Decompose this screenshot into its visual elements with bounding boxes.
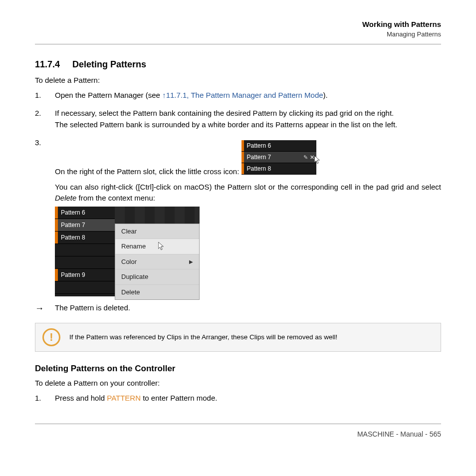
pattern-row-8[interactable]: Pattern 8 — [241, 163, 316, 175]
context-menu: Clear Rename Color ▶ Duplicate Delete — [115, 224, 200, 300]
footer-text: MASCHINE - Manual - 565 — [357, 430, 441, 438]
submenu-arrow-icon: ▶ — [189, 258, 193, 265]
pattern-row-8[interactable]: Pattern 8 — [55, 232, 115, 244]
pattern-row-6[interactable]: Pattern 6 — [55, 207, 115, 219]
pattern-label: Pattern 6 — [247, 141, 271, 150]
pattern-label: Pattern 8 — [247, 164, 271, 173]
pattern-list-left: Pattern 6 Pattern 7 Pattern 8 Pattern — [55, 207, 115, 296]
pattern-label: Pattern 6 — [61, 208, 85, 217]
section-title: Deleting Patterns — [72, 59, 146, 69]
pattern-label: Pattern 8 — [61, 233, 85, 242]
controller-step-1: Press and hold PATTERN to enter Pattern … — [35, 393, 441, 404]
color-bar — [241, 152, 244, 163]
step-3-note: You can also right-click ([Ctrl]-click o… — [55, 182, 441, 204]
pattern-row-empty — [55, 281, 115, 294]
subsection-heading: Deleting Patterns on the Controller — [35, 364, 441, 374]
menu-clear[interactable]: Clear — [115, 224, 199, 239]
menu-duplicate[interactable]: Duplicate — [115, 269, 199, 285]
result-arrow-icon: → — [35, 303, 55, 314]
menu-rename[interactable]: Rename — [115, 239, 199, 254]
pattern-label: Pattern 9 — [61, 270, 85, 279]
cursor-icon — [158, 242, 165, 251]
result-text: The Pattern is deleted. — [55, 303, 130, 312]
step-2: If necessary, select the Pattern bank co… — [35, 108, 441, 130]
pattern-row-6[interactable]: Pattern 6 — [241, 140, 316, 152]
pattern-row-7-selected[interactable]: Pattern 7 — [55, 219, 115, 232]
pattern-label: Pattern 7 — [247, 153, 301, 162]
pattern-row-empty — [55, 256, 115, 269]
key-label: PATTERN — [107, 394, 141, 402]
controller-steps: Press and hold PATTERN to enter Pattern … — [35, 393, 441, 404]
color-bar — [55, 269, 58, 281]
header-chapter: Working with Patterns — [35, 20, 441, 28]
pattern-row-9[interactable]: Pattern 9 — [55, 269, 115, 281]
steps-list: Open the Pattern Manager (see ↑11.7.1, T… — [35, 90, 441, 296]
edit-icon[interactable]: ✎ — [303, 153, 308, 162]
pattern-list-screenshot-1: Pattern 6 Pattern 7 ✎ ✕ Pattern 8 — [241, 140, 316, 175]
intro-text: To delete a Pattern: — [35, 75, 441, 86]
pattern-label: Pattern 7 — [61, 221, 85, 230]
xref-link[interactable]: ↑11.7.1, The Pattern Manager and Pattern… — [162, 91, 323, 99]
section-heading: 11.7.4 Deleting Patterns — [35, 59, 441, 70]
result-row: → The Pattern is deleted. — [35, 303, 441, 314]
menu-color[interactable]: Color ▶ — [115, 254, 199, 270]
step-1: Open the Pattern Manager (see ↑11.7.1, T… — [35, 90, 441, 101]
pattern-row-7-selected[interactable]: Pattern 7 ✎ ✕ — [241, 152, 316, 163]
step-3: On the right of the Pattern slot, click … — [35, 137, 441, 296]
menu-delete[interactable]: Delete — [115, 285, 199, 300]
sub-intro: To delete a Pattern on your controller: — [35, 378, 441, 389]
header-section: Managing Patterns — [35, 30, 441, 38]
close-icon[interactable]: ✕ — [310, 153, 314, 162]
color-bar — [241, 163, 244, 174]
warning-icon: ! — [42, 328, 60, 346]
color-bar — [55, 207, 58, 219]
page-header: Working with Patterns Managing Patterns — [35, 20, 441, 44]
page-footer: MASCHINE - Manual - 565 — [35, 424, 441, 438]
section-number: 11.7.4 — [35, 59, 60, 69]
pattern-list-screenshot-2: Pattern 6 Pattern 7 Pattern 8 Pattern — [55, 207, 200, 296]
color-bar — [241, 140, 244, 151]
pattern-row-empty — [55, 244, 115, 256]
warning-note: ! If the Pattern was referenced by Clips… — [35, 323, 441, 352]
color-bar — [55, 232, 58, 243]
warning-text: If the Pattern was referenced by Clips i… — [69, 333, 337, 341]
color-bar — [55, 219, 58, 231]
